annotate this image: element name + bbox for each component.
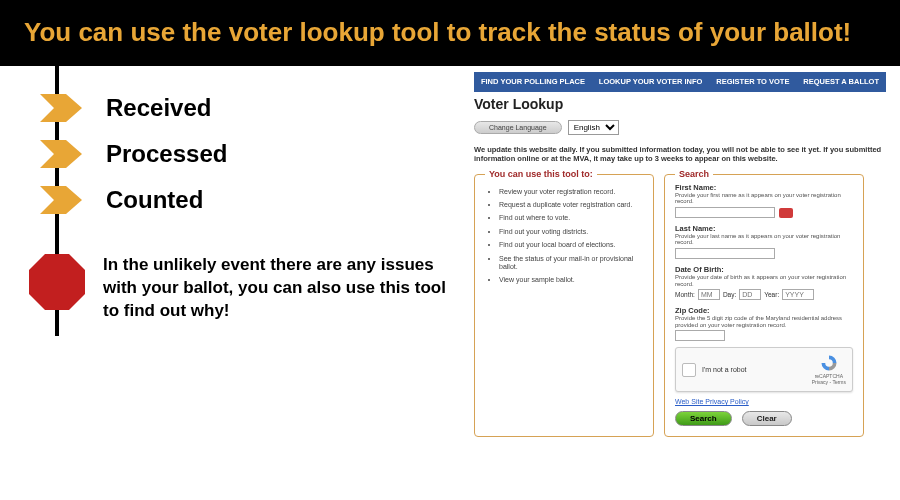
privacy-policy-link[interactable]: Web Site Privacy Policy xyxy=(675,398,853,405)
dob-year-input[interactable] xyxy=(782,289,814,300)
search-button[interactable]: Search xyxy=(675,411,732,426)
change-language-button[interactable]: Change Language xyxy=(474,121,562,134)
nav-lookup-voter[interactable]: LOOKUP YOUR VOTER INFO xyxy=(599,77,702,86)
recaptcha-label: I'm not a robot xyxy=(702,366,747,373)
first-name-input[interactable] xyxy=(675,207,775,218)
recaptcha-widget[interactable]: I'm not a robot reCAPTCHA Privacy - Term… xyxy=(675,347,853,392)
recaptcha-checkbox[interactable] xyxy=(682,363,696,377)
top-nav: FIND YOUR POLLING PLACE LOOKUP YOUR VOTE… xyxy=(474,72,886,92)
dob-field: Date Of Birth: Provide your date of birt… xyxy=(675,265,853,300)
search-panel-title: Search xyxy=(675,169,713,179)
month-label: Month: xyxy=(675,291,695,298)
list-item: See the status of your mail-in or provis… xyxy=(499,255,643,272)
arrow-icon xyxy=(40,140,82,168)
last-name-input[interactable] xyxy=(675,248,775,259)
language-row: Change Language English xyxy=(474,120,886,135)
list-item: Request a duplicate voter registration c… xyxy=(499,201,643,209)
list-item: Find out your local board of elections. xyxy=(499,241,643,249)
dob-month-input[interactable] xyxy=(698,289,720,300)
field-hint: Provide the 5 digit zip code of the Mary… xyxy=(675,315,853,328)
content-area: Received Processed Counted In the unlike… xyxy=(0,66,900,462)
issue-text: In the unlikely event there are any issu… xyxy=(103,254,450,323)
issue-callout: In the unlikely event there are any issu… xyxy=(40,254,450,323)
nav-polling-place[interactable]: FIND YOUR POLLING PLACE xyxy=(481,77,585,86)
uses-panel: You can use this tool to: Review your vo… xyxy=(474,174,654,438)
svg-marker-0 xyxy=(40,94,82,122)
svg-marker-2 xyxy=(40,186,82,214)
arrow-icon xyxy=(40,94,82,122)
field-label: First Name: xyxy=(675,183,853,192)
first-name-field: First Name: Provide your first name as i… xyxy=(675,183,853,218)
zip-input[interactable] xyxy=(675,330,725,341)
update-notice: We update this website daily. If you sub… xyxy=(474,145,886,164)
zip-field: Zip Code: Provide the 5 digit zip code o… xyxy=(675,306,853,341)
status-label: Counted xyxy=(106,186,203,214)
list-item: View your sample ballot. xyxy=(499,276,643,284)
stop-sign-icon xyxy=(29,254,85,310)
page-title: Voter Lookup xyxy=(474,96,886,112)
status-label: Processed xyxy=(106,140,227,168)
status-step-processed: Processed xyxy=(40,140,450,168)
clear-button[interactable]: Clear xyxy=(742,411,792,426)
field-hint: Provide your first name as it appears on… xyxy=(675,192,853,205)
field-label: Zip Code: xyxy=(675,306,853,315)
svg-marker-1 xyxy=(40,140,82,168)
form-buttons: Search Clear xyxy=(675,411,853,426)
list-item: Find out where to vote. xyxy=(499,214,643,222)
uses-list: Review your voter registration record. R… xyxy=(485,188,643,285)
recaptcha-logo-icon xyxy=(820,354,838,372)
nav-request-ballot[interactable]: REQUEST A BALLOT xyxy=(803,77,879,86)
field-hint: Provide your last name as it appears on … xyxy=(675,233,853,246)
arrow-icon xyxy=(40,186,82,214)
field-hint: Provide your date of birth as it appears… xyxy=(675,274,853,287)
list-item: Find out your voting districts. xyxy=(499,228,643,236)
search-panel: Search First Name: Provide your first na… xyxy=(664,174,864,438)
page-banner: You can use the voter lookup tool to tra… xyxy=(0,0,900,66)
field-label: Date Of Birth: xyxy=(675,265,853,274)
svg-marker-3 xyxy=(29,254,85,310)
year-label: Year: xyxy=(764,291,779,298)
status-timeline-pane: Received Processed Counted In the unlike… xyxy=(0,66,470,462)
status-step-counted: Counted xyxy=(40,186,450,214)
nav-register[interactable]: REGISTER TO VOTE xyxy=(716,77,789,86)
panels-row: You can use this tool to: Review your vo… xyxy=(474,174,886,438)
status-label: Received xyxy=(106,94,211,122)
language-select[interactable]: English xyxy=(568,120,619,135)
status-step-received: Received xyxy=(40,94,450,122)
dob-day-input[interactable] xyxy=(739,289,761,300)
last-name-field: Last Name: Provide your last name as it … xyxy=(675,224,853,259)
field-label: Last Name: xyxy=(675,224,853,233)
spellcheck-icon xyxy=(779,208,793,218)
voter-lookup-screenshot: FIND YOUR POLLING PLACE LOOKUP YOUR VOTE… xyxy=(470,66,900,462)
recaptcha-terms[interactable]: Privacy - Terms xyxy=(812,379,846,385)
uses-panel-title: You can use this tool to: xyxy=(485,169,597,179)
day-label: Day: xyxy=(723,291,736,298)
list-item: Review your voter registration record. xyxy=(499,188,643,196)
